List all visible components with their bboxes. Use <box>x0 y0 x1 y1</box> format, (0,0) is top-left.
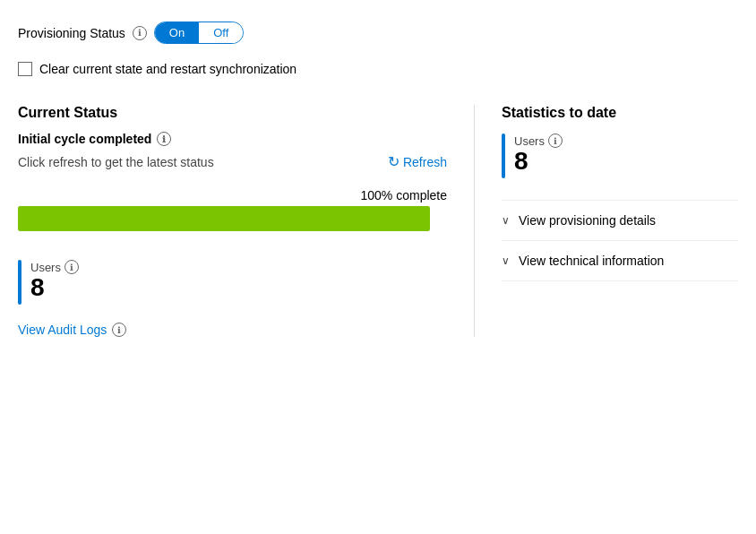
provisioning-details-label: View provisioning details <box>519 213 656 228</box>
audit-logs-info-icon[interactable]: ℹ <box>112 323 126 337</box>
audit-logs-row: View Audit Logs ℹ <box>18 323 447 337</box>
initial-cycle-row: Initial cycle completed ℹ <box>18 132 447 146</box>
provisioning-details-chevron-icon: ∨ <box>502 214 510 227</box>
users-stat-right: Users ℹ 8 <box>502 134 738 178</box>
right-panel: Statistics to date Users ℹ 8 ∨ View prov… <box>475 105 738 337</box>
refresh-icon: ↻ <box>388 153 399 170</box>
users-label-left: Users ℹ <box>30 260 79 274</box>
users-info-icon-left[interactable]: ℹ <box>64 260 79 274</box>
audit-logs-link[interactable]: View Audit Logs <box>18 323 107 337</box>
users-count-right: 8 <box>514 148 563 176</box>
users-stat-left: Users ℹ 8 <box>18 260 447 305</box>
users-count-left: 8 <box>30 274 79 302</box>
users-info-icon-right[interactable]: ℹ <box>548 134 563 148</box>
cycle-info-icon[interactable]: ℹ <box>157 132 171 146</box>
progress-bar-fill <box>18 206 430 231</box>
restart-sync-row: Clear current state and restart synchron… <box>18 62 738 76</box>
provisioning-status-label: Provisioning Status <box>18 26 125 40</box>
technical-info-label: View technical information <box>519 254 664 268</box>
progress-bar <box>18 206 430 231</box>
technical-info-chevron-icon: ∨ <box>502 254 510 267</box>
users-stat-bar-right <box>502 134 505 178</box>
toggle-on-option[interactable]: On <box>155 22 199 43</box>
restart-sync-label: Clear current state and restart synchron… <box>39 62 296 76</box>
restart-sync-checkbox[interactable] <box>18 62 32 76</box>
view-technical-information-row[interactable]: ∨ View technical information <box>502 240 738 281</box>
refresh-hint-text: Click refresh to get the latest status <box>18 155 214 169</box>
refresh-button[interactable]: ↻ Refresh <box>388 153 447 170</box>
toggle-off-option[interactable]: Off <box>199 22 243 43</box>
users-label-right: Users ℹ <box>514 134 563 148</box>
view-provisioning-details-row[interactable]: ∨ View provisioning details <box>502 200 738 240</box>
provisioning-toggle[interactable]: On Off <box>154 22 244 44</box>
initial-cycle-label: Initial cycle completed <box>18 132 151 146</box>
left-panel: Current Status Initial cycle completed ℹ… <box>18 105 475 337</box>
progress-label: 100% complete <box>18 188 447 202</box>
refresh-button-label: Refresh <box>403 155 447 169</box>
main-content: Current Status Initial cycle completed ℹ… <box>18 105 738 337</box>
statistics-title: Statistics to date <box>502 105 738 121</box>
users-stat-bar-left <box>18 260 21 305</box>
refresh-row: Click refresh to get the latest status ↻… <box>18 153 447 170</box>
provisioning-status-info-icon[interactable]: ℹ <box>133 26 147 40</box>
provisioning-status-row: Provisioning Status ℹ On Off <box>18 22 738 44</box>
current-status-title: Current Status <box>18 105 447 121</box>
